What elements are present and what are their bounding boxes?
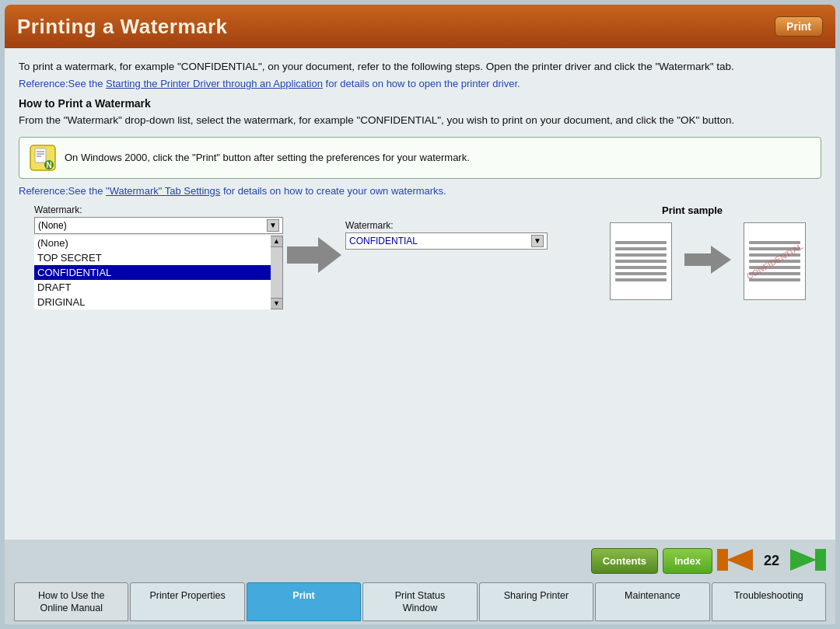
watermark-select-box[interactable]: (None) ▼ <box>34 217 283 234</box>
watermark-dropdown-arrow[interactable]: ▼ <box>267 219 279 232</box>
tab-printer-properties[interactable]: Printer Properties <box>130 582 244 622</box>
wm-doc-line-1 <box>749 241 800 244</box>
main-wrapper: Printing a Watermark Print To print a wa… <box>0 0 840 629</box>
wm-doc-line-5 <box>749 266 800 269</box>
list-scrollbar[interactable]: ▲ ▼ <box>271 236 283 309</box>
section-text: From the "Watermark" drop-down list, sel… <box>19 113 821 128</box>
tab-bar: How to Use the Online Manual Printer Pro… <box>14 582 826 622</box>
reference-line-1: Reference:See the Starting the Printer D… <box>19 78 821 89</box>
note-box: N On Windows 2000, click the "Print" but… <box>19 137 821 179</box>
doc-line-7 <box>615 278 667 281</box>
list-item-top-secret[interactable]: TOP SECRET <box>34 250 271 265</box>
watermark-result: Watermark: CONFIDENTIAL ▼ <box>345 220 548 250</box>
doc-line-6 <box>615 272 667 275</box>
print-sample-row: CONFIDENTIAL <box>610 222 806 300</box>
scroll-track <box>271 247 282 298</box>
tab-troubleshooting[interactable]: Troubleshooting <box>712 582 826 622</box>
svg-rect-10 <box>717 549 728 571</box>
reference2-prefix: Reference: <box>19 185 68 197</box>
print-sample-section: Print sample <box>563 204 821 300</box>
list-item-driginal[interactable]: DRIGINAL <box>34 295 271 309</box>
doc-line-2 <box>615 247 667 250</box>
index-button[interactable]: Index <box>663 548 712 574</box>
doc-line-1 <box>615 241 667 244</box>
svg-rect-12 <box>815 549 826 571</box>
svg-marker-7 <box>287 237 341 273</box>
result-dropdown-arrow[interactable]: ▼ <box>531 235 544 247</box>
watermark-result-select[interactable]: CONFIDENTIAL ▼ <box>345 232 548 250</box>
contents-button[interactable]: Contents <box>591 548 658 574</box>
section-title: How to Print a Watermark <box>19 97 821 110</box>
page-title: Printing a Watermark <box>17 15 228 39</box>
next-button[interactable] <box>790 546 826 576</box>
print-sample-label: Print sample <box>662 204 723 216</box>
list-item-confidential[interactable]: CONFIDENTIAL <box>34 265 271 280</box>
svg-marker-11 <box>790 549 817 571</box>
reference2-link[interactable]: "Watermark" Tab Settings <box>106 185 220 197</box>
wm-doc-line-3 <box>749 253 800 257</box>
doc-line-4 <box>615 260 667 263</box>
watermark-widget: Watermark: (None) ▼ (None) TOP SECRET CO… <box>34 204 283 309</box>
wm-doc-line-2 <box>749 247 800 250</box>
arrow-right-sample <box>684 244 731 278</box>
demo-area: Watermark: (None) ▼ (None) TOP SECRET CO… <box>34 204 548 309</box>
next-arrow-icon <box>790 546 826 574</box>
tab-maintenance[interactable]: Maintenance <box>595 582 709 622</box>
watermarked-document-icon: CONFIDENTIAL <box>744 222 806 300</box>
svg-text:N: N <box>46 161 51 169</box>
wm-doc-line-4 <box>749 260 800 263</box>
doc-line-3 <box>615 253 667 257</box>
plain-document-icon <box>610 222 672 300</box>
watermark-result-value: CONFIDENTIAL <box>349 236 418 246</box>
watermark-list-container: (None) TOP SECRET CONFIDENTIAL DRAFT DRI… <box>34 236 283 309</box>
reference1-prefix: Reference: <box>19 78 68 89</box>
watermark-result-label: Watermark: <box>345 220 548 231</box>
svg-marker-8 <box>684 246 731 274</box>
watermark-label: Watermark: <box>34 204 283 215</box>
reference1-link[interactable]: Starting the Printer Driver through an A… <box>106 78 323 89</box>
tab-print-status-window[interactable]: Print Status Window <box>362 582 477 622</box>
header-badge: Print <box>775 16 823 37</box>
nav-controls: Contents Index 22 <box>14 546 826 576</box>
header-bar: Printing a Watermark Print <box>5 5 835 48</box>
prev-button[interactable] <box>717 546 753 576</box>
tab-sharing-printer[interactable]: Sharing Printer <box>479 582 593 622</box>
tab-print[interactable]: Print <box>247 582 361 622</box>
wm-doc-line-7 <box>749 278 800 281</box>
svg-rect-1 <box>35 149 46 162</box>
scroll-down[interactable]: ▼ <box>271 298 282 309</box>
arrow-right-demo <box>283 236 345 274</box>
watermark-selected-value: (None) <box>38 220 67 231</box>
prev-arrow-icon <box>717 546 753 574</box>
scroll-up[interactable]: ▲ <box>271 236 282 247</box>
list-item-draft[interactable]: DRAFT <box>34 280 271 295</box>
watermark-list: (None) TOP SECRET CONFIDENTIAL DRAFT DRI… <box>34 236 271 309</box>
page-number: 22 <box>758 553 786 569</box>
tab-how-to-use[interactable]: How to Use the Online Manual <box>14 582 128 622</box>
note-icon: N <box>29 144 57 172</box>
reference-line-2: Reference:See the "Watermark" Tab Settin… <box>19 185 821 197</box>
intro-text: To print a watermark, for example "CONFI… <box>19 59 821 75</box>
main-content: To print a watermark, for example "CONFI… <box>5 48 835 540</box>
wm-doc-line-6 <box>749 272 800 275</box>
note-text: On Windows 2000, click the "Print" butto… <box>65 152 470 163</box>
svg-marker-9 <box>726 549 753 571</box>
bottom-nav: Contents Index 22 How to Use the Online … <box>5 540 835 625</box>
list-item-none[interactable]: (None) <box>34 236 271 250</box>
doc-line-5 <box>615 266 667 269</box>
